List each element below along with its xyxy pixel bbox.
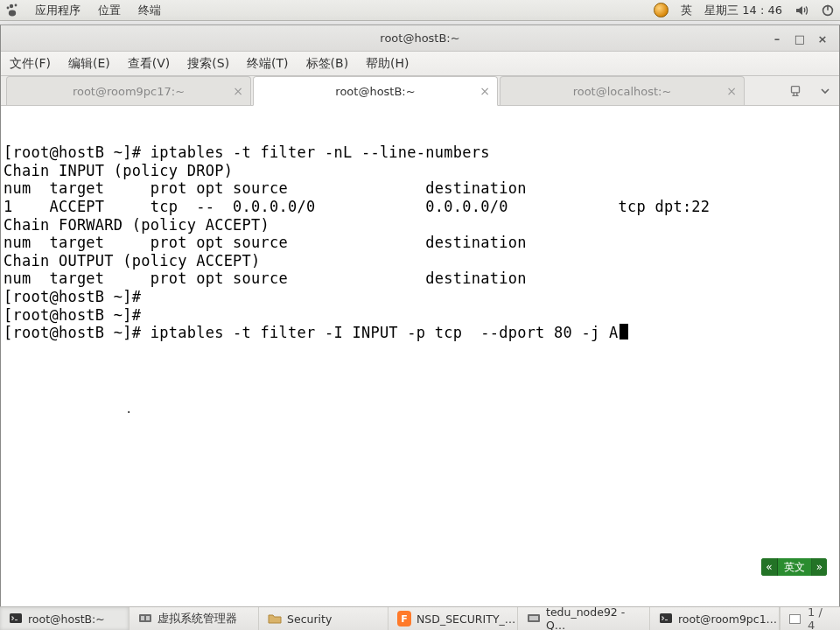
terminal-icon	[659, 612, 673, 626]
terminal-cursor	[620, 324, 628, 340]
workspace-thumb-icon	[789, 614, 801, 624]
gnome-taskbar: root@hostB:~ 虚拟系统管理器 Security F NSD_SECU…	[0, 606, 840, 630]
terminal-line: [root@hostB ~]#	[4, 288, 836, 306]
svg-rect-12	[529, 616, 538, 620]
terminal-line: Chain INPUT (policy DROP)	[4, 162, 836, 180]
terminal-line: [root@hostB ~]# iptables -t filter -nL -…	[4, 144, 836, 162]
tab-close-icon[interactable]: ×	[233, 84, 243, 98]
ime-label: 英文	[778, 558, 812, 576]
svg-rect-5	[827, 4, 829, 10]
task-security-folder[interactable]: Security	[259, 607, 388, 630]
tab-close-icon[interactable]: ×	[480, 84, 490, 98]
tab-label: root@localhost:~	[573, 85, 672, 98]
terminal-icon	[9, 612, 23, 626]
terminal-line: [root@hostB ~]#	[4, 306, 836, 325]
terminal-menubar: 文件(F) 编辑(E) 查看(V) 搜索(S) 终端(T) 标签(B) 帮助(H…	[1, 52, 839, 76]
task-terminal-room9pc1[interactable]: root@room9pc1…	[650, 607, 780, 630]
terminal-tab-1[interactable]: root@hostB:~ ×	[253, 76, 498, 106]
svg-rect-9	[141, 616, 144, 620]
menu-tabs[interactable]: 标签(B)	[303, 54, 353, 74]
terminal-line: Chain OUTPUT (policy ACCEPT)	[4, 252, 836, 270]
terminal-window: root@hostB:~ – □ × 文件(F) 编辑(E) 查看(V) 搜索(…	[0, 24, 840, 607]
broadcast-icon[interactable]	[787, 82, 804, 100]
menu-file[interactable]: 文件(F)	[6, 54, 54, 74]
task-label: Security	[287, 612, 332, 626]
terminal-tab-0[interactable]: root@room9pc17:~ ×	[6, 76, 251, 105]
task-firefox-nsd[interactable]: F NSD_SECURITY_…	[388, 607, 518, 630]
window-titlebar[interactable]: root@hostB:~ – □ ×	[1, 25, 839, 52]
gnome-foot-icon	[5, 4, 19, 18]
svg-point-3	[9, 10, 16, 16]
terminal-tab-2[interactable]: root@localhost:~ ×	[500, 76, 745, 105]
window-maximize-button[interactable]: □	[792, 31, 808, 46]
svg-rect-7	[10, 613, 22, 623]
terminal-line: num target prot opt source destination	[4, 234, 836, 252]
volume-icon[interactable]	[794, 4, 808, 18]
stray-dot: .	[125, 400, 133, 418]
menu-help[interactable]: 帮助(H)	[362, 54, 412, 74]
task-qemu-node92[interactable]: tedu_node92 - Q…	[518, 607, 650, 630]
gnome-topbar: 应用程序 位置 终端 英 星期三 14 : 46	[0, 0, 840, 21]
task-label: NSD_SECURITY_…	[416, 612, 515, 626]
terminal-line: num target prot opt source destination	[4, 270, 836, 288]
task-label: root@hostB:~	[28, 612, 105, 626]
tab-close-icon[interactable]: ×	[726, 84, 737, 98]
update-notifier-icon[interactable]	[654, 3, 668, 18]
svg-rect-13	[660, 613, 672, 623]
menu-terminal[interactable]: 终端	[136, 3, 163, 18]
svg-point-0	[10, 4, 13, 7]
svg-rect-10	[146, 616, 150, 620]
window-title: root@hostB:~	[380, 32, 459, 45]
svg-rect-6	[792, 86, 800, 92]
vm-icon	[138, 612, 152, 626]
folder-icon	[268, 612, 282, 626]
window-minimize-button[interactable]: –	[769, 31, 785, 46]
tab-menu-chevron-icon[interactable]	[816, 82, 834, 100]
terminal-tabbar: root@room9pc17:~ × root@hostB:~ × root@l…	[1, 76, 839, 106]
terminal-line: [root@hostB ~]# iptables -t filter -I IN…	[4, 324, 836, 342]
pager-label: 1 / 4	[808, 606, 831, 630]
ime-status-badge[interactable]: « 英文 »	[761, 558, 827, 576]
terminal-line: 1 ACCEPT tcp -- 0.0.0.0/0 0.0.0.0/0 tcp …	[4, 198, 836, 216]
tab-label: root@hostB:~	[335, 85, 415, 98]
task-label: 虚拟系统管理器	[158, 612, 237, 626]
terminal-viewport[interactable]: [root@hostB ~]# iptables -t filter -nL -…	[1, 106, 839, 606]
terminal-line: num target prot opt source destination	[4, 179, 836, 198]
task-terminal-hostb[interactable]: root@hostB:~	[0, 607, 130, 630]
task-label: tedu_node92 - Q…	[546, 606, 640, 630]
window-close-button[interactable]: ×	[815, 31, 830, 46]
workspace-pager[interactable]: 1 / 4	[780, 607, 840, 630]
svg-point-1	[15, 4, 18, 6]
menu-terminal[interactable]: 终端(T)	[243, 54, 291, 74]
menu-places[interactable]: 位置	[96, 3, 122, 18]
vm-icon	[527, 612, 541, 626]
menu-edit[interactable]: 编辑(E)	[65, 54, 114, 74]
ime-prev-icon[interactable]: «	[761, 558, 777, 576]
power-icon[interactable]	[821, 4, 835, 18]
input-method-indicator[interactable]: 英	[681, 3, 692, 18]
tab-label: root@room9pc17:~	[73, 85, 185, 98]
svg-point-2	[7, 6, 10, 9]
firefox-icon: F	[397, 612, 411, 626]
task-label: root@room9pc1…	[678, 612, 777, 626]
terminal-line: Chain FORWARD (policy ACCEPT)	[4, 216, 836, 234]
ime-next-icon[interactable]: »	[812, 558, 827, 576]
menu-search[interactable]: 搜索(S)	[184, 54, 233, 74]
menu-view[interactable]: 查看(V)	[124, 54, 174, 74]
clock[interactable]: 星期三 14 : 46	[704, 3, 782, 18]
menu-applications[interactable]: 应用程序	[33, 3, 82, 18]
task-virtmanager[interactable]: 虚拟系统管理器	[130, 607, 259, 630]
